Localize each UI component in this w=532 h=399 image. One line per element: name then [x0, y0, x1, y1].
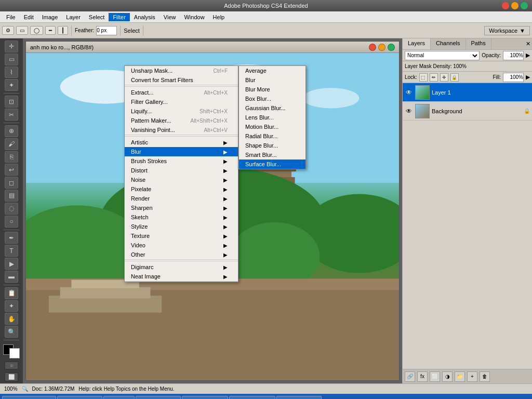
tool-move[interactable]: ✛	[5, 41, 18, 52]
filter-pattern-maker[interactable]: Pattern Maker... Alt+Shift+Ctrl+X	[125, 116, 238, 125]
toolbar-single-col[interactable]: ┃	[58, 26, 68, 35]
filter-stylize[interactable]: Stylize ▶	[125, 222, 238, 231]
taskbar-item-5[interactable]: 2_5JPG - AC...	[229, 396, 275, 399]
tool-slice[interactable]: ✂	[5, 109, 18, 121]
taskbar-start[interactable]: Ps Adobe Photo...	[2, 396, 56, 399]
tool-eyedropper[interactable]: ✦	[5, 300, 18, 312]
filter-smart-filters[interactable]: Convert for Smart Filters	[125, 75, 238, 85]
tab-paths[interactable]: Paths	[466, 38, 491, 49]
filter-distort[interactable]: Distort ▶	[125, 166, 238, 175]
filter-sketch[interactable]: Sketch ▶	[125, 212, 238, 222]
tool-hand[interactable]: ✋	[5, 313, 18, 325]
layer-visibility-layer1[interactable]: 👁	[405, 88, 413, 97]
blend-mode-select[interactable]: Normal Multiply Screen	[405, 51, 480, 60]
tool-gradient[interactable]: ▤	[5, 190, 18, 202]
link-layers-btn[interactable]: 🔗	[405, 371, 415, 382]
fill-input[interactable]	[503, 73, 524, 82]
filter-video[interactable]: Video ▶	[125, 241, 238, 250]
tool-rect-select[interactable]: ▭	[5, 54, 18, 65]
tool-quick-select[interactable]: ✦	[5, 79, 18, 91]
menu-analysis[interactable]: Analysis	[130, 13, 159, 21]
filter-digimarc[interactable]: Digimarc ▶	[125, 262, 238, 272]
tool-heal[interactable]: ⊕	[5, 125, 18, 137]
opacity-input[interactable]	[503, 51, 524, 60]
fill-arrow-icon[interactable]: ▶	[526, 74, 530, 81]
add-group-btn[interactable]: 📁	[455, 371, 465, 382]
filter-unsharp-mask[interactable]: Unsharp Mask... Ctrl+F	[125, 66, 238, 75]
blur-radial[interactable]: Radial Blur...	[239, 131, 305, 141]
tool-path-select[interactable]: ▶	[5, 258, 18, 270]
tab-layers[interactable]: Layers	[403, 38, 431, 49]
layer-visibility-background[interactable]: 👁	[405, 107, 413, 115]
add-adjustment-btn[interactable]: ◑	[442, 371, 453, 382]
menu-file[interactable]: File	[2, 13, 20, 21]
delete-layer-btn[interactable]: 🗑	[480, 371, 490, 382]
blur-motion[interactable]: Motion Blur...	[239, 122, 305, 131]
filter-pixelate[interactable]: Pixelate ▶	[125, 184, 238, 194]
filter-noise[interactable]: Noise ▶	[125, 175, 238, 184]
screen-mode-btn[interactable]: ⬜	[5, 373, 18, 381]
menu-layer[interactable]: Layer	[62, 13, 85, 21]
toolbar-ellip-sel[interactable]: ◯	[30, 26, 43, 35]
toolbar-single-row[interactable]: ━	[45, 26, 56, 35]
menu-filter[interactable]: Filter	[109, 13, 129, 21]
add-layer-btn[interactable]: +	[467, 371, 477, 382]
blur-surface[interactable]: Surface Blur...	[239, 159, 305, 169]
quick-mask-btn[interactable]: ○	[5, 362, 18, 369]
tool-brush[interactable]: 🖌	[5, 138, 18, 150]
filter-artistic[interactable]: Artistic ▶	[125, 138, 238, 147]
toolbar-rect-sel[interactable]: ▭	[16, 26, 28, 35]
filter-vanishing-point[interactable]: Vanishing Point... Alt+Ctrl+V	[125, 125, 238, 135]
blur-average[interactable]: Average	[239, 66, 305, 75]
layer-item-layer1[interactable]: 👁 Layer 1	[403, 83, 532, 102]
tool-lasso[interactable]: ⌇	[5, 66, 18, 78]
minimize-button[interactable]	[511, 2, 518, 9]
close-button[interactable]	[502, 2, 509, 9]
tool-crop[interactable]: ⊡	[5, 96, 18, 108]
add-mask-btn[interactable]: ⬜	[430, 371, 440, 382]
fx-btn[interactable]: fx	[417, 371, 428, 382]
filter-other[interactable]: Other ▶	[125, 250, 238, 259]
taskbar-item-1[interactable]: chinh sua na...	[57, 396, 102, 399]
taskbar-item-3[interactable]: chinh sua na...	[136, 396, 181, 399]
blur-more[interactable]: Blur More	[239, 85, 305, 94]
lock-transparent-icon[interactable]: ⬚	[419, 73, 428, 82]
menu-image[interactable]: Image	[38, 13, 62, 21]
blur-blur[interactable]: Blur	[239, 75, 305, 85]
blur-box[interactable]: Box Blur...	[239, 94, 305, 103]
blur-smart[interactable]: Smart Blur...	[239, 150, 305, 159]
blur-gaussian[interactable]: Gaussian Blur...	[239, 103, 305, 113]
menu-view[interactable]: View	[159, 13, 180, 21]
filter-blur[interactable]: Blur ▶	[125, 147, 238, 156]
tool-dodge[interactable]: ○	[5, 216, 18, 228]
tool-eraser[interactable]: ◻	[5, 177, 18, 189]
layer-item-background[interactable]: 👁 Background 🔒	[403, 102, 532, 121]
tool-shape[interactable]: ▬	[5, 271, 18, 283]
toolbar-options-btn[interactable]: ⚙	[2, 26, 14, 35]
blur-shape[interactable]: Shape Blur...	[239, 141, 305, 150]
menu-window[interactable]: Window	[180, 13, 208, 21]
workspace-button[interactable]: Workspace ▼	[484, 26, 530, 35]
tool-type[interactable]: T	[5, 245, 18, 257]
menu-edit[interactable]: Edit	[20, 13, 38, 21]
tool-clone[interactable]: ⎘	[5, 151, 18, 163]
menu-select[interactable]: Select	[85, 13, 109, 21]
taskbar-item-6[interactable]: 3_3JPG - Pa...	[276, 396, 322, 399]
filter-brush-strokes[interactable]: Brush Strokes ▶	[125, 156, 238, 166]
lock-all-icon[interactable]: 🔒	[450, 73, 459, 82]
tool-zoom[interactable]: 🔍	[5, 326, 18, 338]
filter-extract[interactable]: Extract... Alt+Ctrl+X	[125, 88, 238, 97]
lock-move-icon[interactable]: ✛	[440, 73, 448, 82]
color-squares[interactable]	[3, 344, 20, 358]
taskbar-item-2[interactable]: viet tut 2	[103, 396, 135, 399]
opacity-arrow-icon[interactable]: ▶	[526, 52, 530, 59]
tool-notes[interactable]: 📋	[5, 287, 18, 299]
tab-channels[interactable]: Channels	[431, 38, 466, 49]
taskbar-item-4[interactable]: anh mo ko ro...	[182, 396, 228, 399]
tool-pen[interactable]: ✒	[5, 232, 18, 244]
filter-render[interactable]: Render ▶	[125, 194, 238, 203]
menu-help[interactable]: Help	[209, 13, 229, 21]
background-color[interactable]	[9, 348, 20, 358]
filter-liquify[interactable]: Liquify... Shift+Ctrl+X	[125, 107, 238, 116]
maximize-button[interactable]	[521, 2, 528, 9]
